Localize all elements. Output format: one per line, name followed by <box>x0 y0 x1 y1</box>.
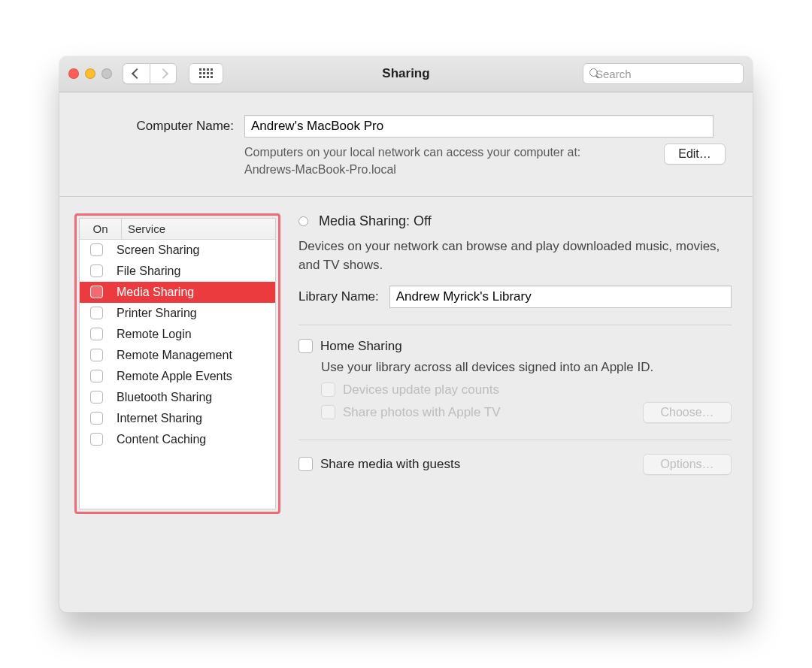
search-field[interactable] <box>583 63 744 84</box>
close-icon[interactable] <box>68 68 79 79</box>
grid-icon <box>199 68 213 79</box>
service-checkbox[interactable] <box>90 264 103 277</box>
col-on: On <box>80 219 122 239</box>
service-checkbox[interactable] <box>90 328 103 340</box>
nav-back-forward <box>123 63 177 84</box>
chevron-right-icon <box>158 68 168 79</box>
service-row[interactable]: File Sharing <box>80 261 275 282</box>
share-with-guests-checkbox[interactable]: Share media with guests <box>298 457 460 472</box>
service-row[interactable]: Content Caching <box>80 429 275 450</box>
choose-photos-button: Choose… <box>643 402 732 423</box>
home-sharing-checkbox[interactable]: Home Sharing <box>298 339 732 354</box>
service-label: Remote Management <box>117 349 232 362</box>
computer-name-help: Computers on your local network can acce… <box>244 144 598 178</box>
col-service: Service <box>122 219 275 239</box>
service-checkbox[interactable] <box>90 433 103 446</box>
share-photos-checkbox: Share photos with Apple TV <box>321 405 501 420</box>
service-row[interactable]: Media Sharing <box>80 282 275 303</box>
service-row[interactable]: Screen Sharing <box>80 240 275 261</box>
update-play-counts-checkbox: Devices update play counts <box>321 382 732 397</box>
service-checkbox[interactable] <box>90 391 103 404</box>
divider <box>298 440 732 440</box>
library-name-label: Library Name: <box>298 289 379 304</box>
checkbox-icon <box>321 405 335 419</box>
checkbox-icon <box>298 457 313 471</box>
services-highlight: On Service Screen SharingFile SharingMed… <box>74 213 280 514</box>
checkbox-icon <box>321 382 335 397</box>
home-sharing-desc: Use your library across all devices sign… <box>321 360 732 375</box>
service-checkbox[interactable] <box>90 412 103 425</box>
service-label: Content Caching <box>117 433 206 446</box>
minimize-icon[interactable] <box>85 68 95 79</box>
service-checkbox[interactable] <box>90 370 103 382</box>
service-label: Remote Login <box>117 328 192 341</box>
titlebar: Sharing <box>59 56 753 92</box>
service-label: Remote Apple Events <box>117 370 232 383</box>
guest-options-button: Options… <box>643 454 732 475</box>
service-row[interactable]: Remote Management <box>80 345 275 366</box>
service-row[interactable]: Remote Login <box>80 324 275 345</box>
service-label: Media Sharing <box>117 286 194 299</box>
service-row[interactable]: Internet Sharing <box>80 408 275 429</box>
computer-name-label: Computer Name: <box>86 119 244 134</box>
computer-name-input[interactable] <box>244 115 714 138</box>
services-header: On Service <box>80 219 275 240</box>
window-footer: ? <box>59 557 753 612</box>
back-button[interactable] <box>123 63 150 84</box>
status-indicator-icon <box>298 216 308 226</box>
services-table: On Service Screen SharingFile SharingMed… <box>79 218 276 509</box>
show-all-button[interactable] <box>189 63 223 84</box>
sharing-body: On Service Screen SharingFile SharingMed… <box>59 197 753 557</box>
traffic-lights <box>68 68 112 79</box>
service-row[interactable]: Bluetooth Sharing <box>80 387 275 408</box>
service-row[interactable]: Remote Apple Events <box>80 366 275 387</box>
zoom-icon <box>102 68 112 79</box>
detail-description: Devices on your network can browse and p… <box>298 237 732 275</box>
library-name-input[interactable] <box>389 286 732 308</box>
service-label: Printer Sharing <box>117 307 197 320</box>
search-input[interactable] <box>594 67 740 81</box>
service-label: Bluetooth Sharing <box>117 391 212 404</box>
divider <box>298 325 732 325</box>
edit-hostname-button[interactable]: Edit… <box>664 144 726 165</box>
service-label: Screen Sharing <box>117 243 199 257</box>
service-checkbox[interactable] <box>90 243 103 256</box>
preferences-window: Sharing Computer Name: Computers on your… <box>59 56 753 612</box>
forward-button <box>150 63 177 84</box>
services-list: Screen SharingFile SharingMedia SharingP… <box>80 240 275 509</box>
service-checkbox[interactable] <box>90 307 103 319</box>
service-detail: Media Sharing: Off Devices on your netwo… <box>298 213 732 545</box>
checkbox-icon <box>298 339 313 353</box>
detail-title: Media Sharing: Off <box>319 213 432 229</box>
service-checkbox[interactable] <box>90 286 103 298</box>
computer-name-section: Computer Name: Computers on your local n… <box>59 92 753 197</box>
home-sharing-label: Home Sharing <box>320 339 402 354</box>
service-label: File Sharing <box>117 264 180 278</box>
chevron-left-icon <box>131 68 141 79</box>
service-checkbox[interactable] <box>90 349 103 361</box>
service-row[interactable]: Printer Sharing <box>80 303 275 324</box>
service-label: Internet Sharing <box>117 412 202 425</box>
